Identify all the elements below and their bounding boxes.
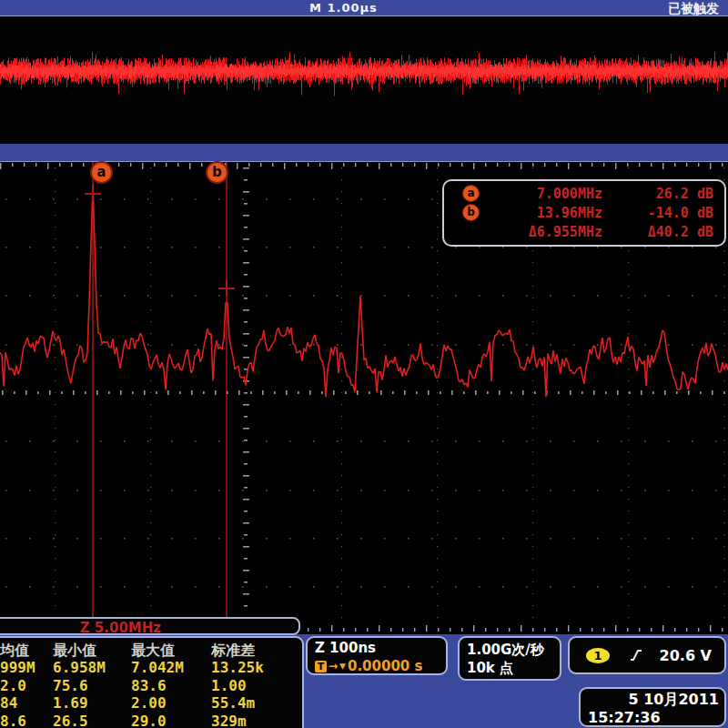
t-flag-icon: T bbox=[315, 661, 327, 672]
cursor-b-frequency: 13.96MHz bbox=[480, 205, 602, 221]
cursor-b-badge[interactable]: b bbox=[206, 161, 228, 184]
stats-cell: 999M bbox=[0, 659, 53, 676]
stats-cell: 83.6 bbox=[131, 677, 211, 694]
cursor-a-readout: a 7.000MHz 26.2 dB bbox=[444, 185, 724, 202]
acquisition-box: 1.00G次/秒 10k 点 bbox=[458, 636, 561, 681]
horizontal-zoom-box: Z 100ns T→▼0.00000 s bbox=[306, 636, 448, 675]
arrow-right-icon: → bbox=[329, 661, 338, 672]
stats-row-4: 8.6 26.5 29.0 329m bbox=[0, 713, 302, 728]
timebase-readout: M 1.00μs bbox=[309, 1, 378, 15]
stats-cell: 2.00 bbox=[131, 694, 211, 712]
cursor-a-level: 26.2 dB bbox=[602, 186, 724, 202]
cursor-b-line[interactable] bbox=[226, 162, 228, 632]
top-status-bar: M 1.00μs 已被触发 bbox=[0, 0, 728, 16]
trigger-level: 20.6 V bbox=[642, 647, 724, 664]
measurement-stats-box: 均值 最小值 最大值 标准差 999M 6.958M 7.042M 13.25k… bbox=[0, 636, 304, 728]
stats-header-max: 最大值 bbox=[131, 642, 211, 659]
cursor-readout-box: a 7.000MHz 26.2 dB b 13.96MHz -14.0 dB Δ… bbox=[442, 179, 726, 247]
trigger-status: 已被触发 bbox=[668, 1, 719, 17]
cursor-b-crosshair[interactable] bbox=[218, 280, 235, 297]
record-length: 10k 点 bbox=[467, 659, 552, 677]
stats-row-frequency: 999M 6.958M 7.042M 13.25k bbox=[0, 659, 302, 676]
trigger-position-value: 0.00000 s bbox=[348, 658, 422, 674]
cursor-b-icon: b bbox=[462, 204, 480, 221]
cursor-b-readout: b 13.96MHz -14.0 dB bbox=[444, 204, 724, 221]
time-readout: 15:27:36 bbox=[586, 709, 719, 727]
cursor-a-badge[interactable]: a bbox=[90, 161, 113, 184]
stats-cell: 2.0 bbox=[0, 677, 53, 694]
stats-header-row: 均值 最小值 最大值 标准差 bbox=[0, 642, 302, 659]
date-readout: 5 10月2011 bbox=[586, 691, 719, 709]
cursor-b-level: -14.0 dB bbox=[602, 205, 724, 221]
window-separator bbox=[0, 144, 728, 161]
stats-cell: 7.042M bbox=[131, 659, 211, 676]
cursor-a-frequency: 7.000MHz bbox=[480, 186, 602, 202]
datetime-box: 5 10月2011 15:27:36 bbox=[579, 687, 726, 727]
stats-cell: 13.25k bbox=[211, 659, 293, 676]
fft-window: a b a 7.000MHz 26.2 dB b 13.96MHz -14.0 … bbox=[0, 161, 728, 636]
cursor-delta-frequency: Δ6.955MHz bbox=[480, 224, 602, 240]
stats-header-mean: 均值 bbox=[0, 642, 53, 659]
cursor-a-line[interactable] bbox=[92, 162, 94, 632]
stats-cell: 329m bbox=[211, 713, 293, 728]
analog-waveform-strip bbox=[0, 16, 728, 144]
rising-edge-icon bbox=[630, 648, 642, 662]
bottom-readout-area: 均值 最小值 最大值 标准差 999M 6.958M 7.042M 13.25k… bbox=[0, 634, 728, 728]
stats-row-3: 84 1.69 2.00 55.4m bbox=[0, 694, 302, 712]
triangle-down-icon: ▼ bbox=[339, 661, 346, 672]
stats-header-stddev: 标准差 bbox=[211, 642, 293, 659]
stats-cell: 26.5 bbox=[53, 713, 131, 728]
stats-cell: 6.958M bbox=[53, 659, 131, 676]
cursor-delta-level: Δ40.2 dB bbox=[602, 224, 724, 240]
stats-row-2: 2.0 75.6 83.6 1.00 bbox=[0, 677, 302, 694]
analog-waveform-trace bbox=[0, 16, 728, 144]
stats-header-min: 最小值 bbox=[53, 642, 131, 659]
trigger-position-readout: T→▼0.00000 s bbox=[315, 658, 439, 674]
cursor-a-icon: a bbox=[462, 185, 480, 202]
oscilloscope-screen: M 1.00μs 已被触发 a b a 7.000MHz 26.2 dB b 1… bbox=[0, 0, 728, 728]
trigger-box: 1 20.6 V bbox=[568, 636, 726, 674]
stats-cell: 1.69 bbox=[53, 694, 131, 712]
trigger-channel-badge: 1 bbox=[586, 648, 610, 663]
cursor-delta-readout: Δ6.955MHz Δ40.2 dB bbox=[444, 224, 724, 241]
stats-cell: 29.0 bbox=[131, 713, 211, 728]
stats-cell: 84 bbox=[0, 694, 53, 712]
sample-rate: 1.00G次/秒 bbox=[467, 641, 552, 659]
fft-scale-label: Z 5.00MHz bbox=[0, 617, 300, 635]
stats-cell: 1.00 bbox=[211, 677, 293, 694]
stats-cell: 55.4m bbox=[211, 694, 293, 712]
stats-cell: 75.6 bbox=[53, 677, 131, 694]
cursor-a-crosshair[interactable] bbox=[85, 186, 101, 202]
stats-cell: 8.6 bbox=[0, 713, 53, 728]
zoom-timebase: Z 100ns bbox=[315, 640, 439, 656]
